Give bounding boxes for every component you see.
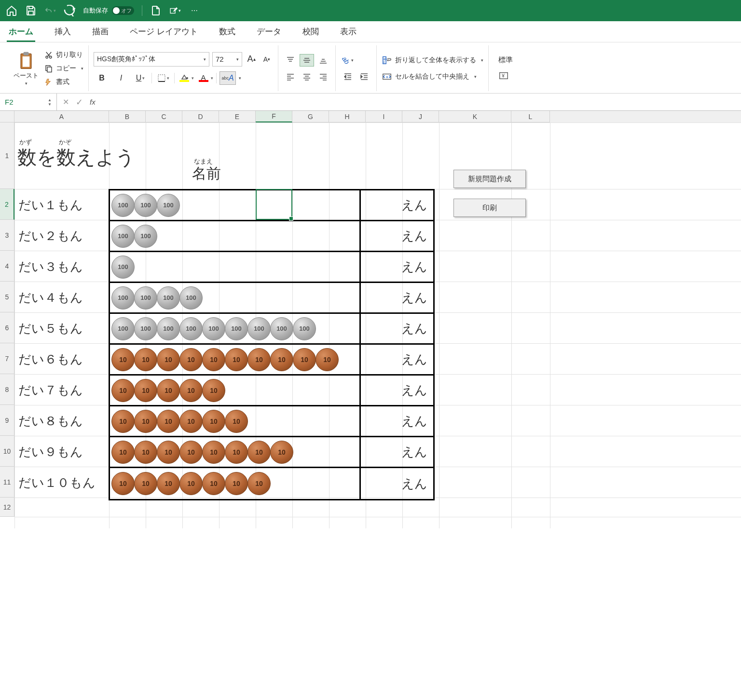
bold-button[interactable]: B xyxy=(94,71,110,85)
col-header-I[interactable]: I xyxy=(366,111,402,122)
col-header-D[interactable]: D xyxy=(182,111,219,122)
italic-button[interactable]: I xyxy=(113,71,129,85)
answer-cell[interactable]: えん xyxy=(361,221,433,251)
autosave-label: 自動保存 xyxy=(83,6,108,15)
answer-cell[interactable]: えん xyxy=(361,314,433,343)
row-header-6[interactable]: 6 xyxy=(0,312,14,343)
ribbon-tab-7[interactable]: 表示 xyxy=(338,22,358,42)
ribbon-tab-4[interactable]: 数式 xyxy=(217,22,237,42)
svg-rect-9 xyxy=(47,67,52,72)
ribbon-tab-2[interactable]: 描画 xyxy=(90,22,110,42)
answer-cell[interactable]: えん xyxy=(361,376,433,405)
new-file-icon[interactable] xyxy=(150,5,162,16)
row-header-5[interactable]: 5 xyxy=(0,282,14,312)
question-row: 10101010101010101010 えん xyxy=(110,345,433,376)
cut-button[interactable]: 切り取り xyxy=(44,51,83,59)
row-header-10[interactable]: 10 xyxy=(0,436,14,467)
home-icon[interactable] xyxy=(6,5,17,16)
col-header-L[interactable]: L xyxy=(511,111,550,122)
coin-area: 1010101010101010 xyxy=(110,437,361,467)
align-top-icon[interactable] xyxy=(283,54,298,67)
row-header-9[interactable]: 9 xyxy=(0,405,14,436)
decrease-indent-icon[interactable] xyxy=(341,70,355,83)
row-header-12[interactable]: 12 xyxy=(0,498,14,517)
merge-center-button[interactable]: a セルを結合して中央揃え▾ xyxy=(382,71,483,82)
align-bottom-icon[interactable] xyxy=(316,54,330,67)
number-format-select[interactable]: 標準 xyxy=(498,55,513,65)
col-header-C[interactable]: C xyxy=(146,111,182,122)
autosave-toggle[interactable]: 自動保存 オフ xyxy=(83,6,134,15)
formula-input[interactable] xyxy=(101,94,741,110)
col-header-G[interactable]: G xyxy=(292,111,329,122)
format-painter-button[interactable]: 書式 xyxy=(44,78,83,86)
select-all-corner[interactable] xyxy=(0,111,14,122)
font-name-select[interactable]: HGS創英角ﾎﾟｯﾌﾟ体▾ xyxy=(94,52,209,67)
align-center-icon[interactable] xyxy=(300,70,314,83)
answer-cell[interactable]: えん xyxy=(361,437,433,467)
question-row: 100100 えん xyxy=(110,221,433,252)
decrease-font-icon[interactable]: A▾ xyxy=(261,53,273,66)
fx-icon[interactable]: fx xyxy=(90,98,96,106)
accounting-format-icon[interactable]: ¥ xyxy=(498,70,509,81)
coin-100: 100 xyxy=(134,225,157,248)
undo-icon[interactable]: ▾ xyxy=(44,5,56,16)
redo-icon[interactable] xyxy=(64,5,75,16)
underline-button[interactable]: U xyxy=(132,71,149,85)
answer-cell[interactable]: えん xyxy=(361,345,433,374)
new-question-button[interactable]: 新規問題作成 xyxy=(453,170,526,188)
fill-color-button[interactable] xyxy=(178,71,194,85)
coin-10: 10 xyxy=(179,441,203,464)
col-header-K[interactable]: K xyxy=(439,111,511,122)
answer-cell[interactable]: えん xyxy=(361,252,433,282)
answer-cell[interactable]: えん xyxy=(361,283,433,312)
name-box[interactable]: F2 ▲▼ xyxy=(0,94,57,111)
row-header-4[interactable]: 4 xyxy=(0,251,14,282)
question-label: だい７もん xyxy=(18,382,83,399)
paste-button[interactable]: ペースト ▾ xyxy=(10,45,42,91)
ribbon-tab-5[interactable]: データ xyxy=(255,22,283,42)
answer-cell[interactable]: えん xyxy=(361,406,433,436)
increase-font-icon[interactable]: A▴ xyxy=(245,53,258,66)
row-header-2[interactable]: 2 xyxy=(0,189,14,220)
cancel-icon[interactable]: ✕ xyxy=(63,97,69,107)
border-button[interactable] xyxy=(155,71,171,85)
edit-icon[interactable]: ▾ xyxy=(169,5,181,16)
coin-10: 10 xyxy=(134,472,157,495)
col-header-J[interactable]: J xyxy=(402,111,439,122)
font-size-select[interactable]: 72▾ xyxy=(212,52,242,67)
ribbon-tab-6[interactable]: 校閲 xyxy=(301,22,321,42)
row-header-1[interactable]: 1 xyxy=(0,122,14,189)
coin-10: 10 xyxy=(157,441,180,464)
coin-100: 100 xyxy=(247,317,271,340)
col-header-F[interactable]: F xyxy=(256,111,292,122)
ribbon-tab-3[interactable]: ページ レイアウト xyxy=(128,22,200,42)
align-right-icon[interactable] xyxy=(316,70,330,83)
col-header-A[interactable]: A xyxy=(14,111,109,122)
save-icon[interactable] xyxy=(25,5,37,16)
align-left-icon[interactable] xyxy=(283,70,298,83)
ribbon-tab-0[interactable]: ホーム xyxy=(7,22,35,42)
col-header-B[interactable]: B xyxy=(109,111,146,122)
wrap-text-button[interactable]: abc 折り返して全体を表示する▾ xyxy=(382,55,483,66)
phonetic-button[interactable]: abcA xyxy=(220,71,236,85)
col-header-H[interactable]: H xyxy=(329,111,366,122)
row-header-3[interactable]: 3 xyxy=(0,220,14,251)
increase-indent-icon[interactable] xyxy=(357,70,371,83)
row-header-8[interactable]: 8 xyxy=(0,374,14,405)
row-header-7[interactable]: 7 xyxy=(0,343,14,374)
ribbon-tab-1[interactable]: 挿入 xyxy=(53,22,73,42)
answer-cell[interactable]: えん xyxy=(361,190,433,220)
coin-10: 10 xyxy=(247,472,271,495)
align-middle-icon[interactable] xyxy=(300,54,314,67)
row-header-11[interactable]: 11 xyxy=(0,467,14,498)
col-header-E[interactable]: E xyxy=(219,111,256,122)
answer-cell[interactable]: えん xyxy=(361,468,433,499)
spreadsheet-grid[interactable]: ABCDEFGHIJKL 123456789101112 かず かぞ 数を数えよ… xyxy=(0,111,741,528)
coin-10: 10 xyxy=(202,410,225,433)
print-button[interactable]: 印刷 xyxy=(453,199,526,217)
font-color-button[interactable]: A xyxy=(197,71,213,85)
copy-button[interactable]: コピー▾ xyxy=(44,64,83,73)
more-icon[interactable]: ⋯ xyxy=(189,5,200,16)
orientation-button[interactable]: ab▾ xyxy=(341,54,355,67)
confirm-icon[interactable]: ✓ xyxy=(76,97,83,108)
